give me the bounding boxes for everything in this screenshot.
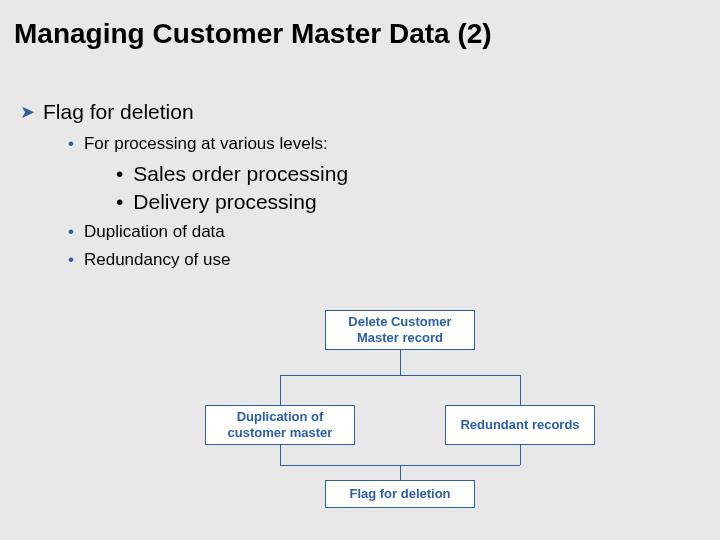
diagram-box-bottom: Flag for deletion <box>325 480 475 508</box>
bullet-dot-icon: • <box>116 190 123 213</box>
diagram-box-left: Duplication of customer master <box>205 405 355 445</box>
bullet-level3: •Sales order processing <box>116 162 700 186</box>
content-area: ➤ Flag for deletion •For processing at v… <box>0 50 720 270</box>
connector-line <box>280 445 281 465</box>
bullet-level1: ➤ Flag for deletion <box>20 100 700 124</box>
connector-line <box>520 375 521 405</box>
connector-line <box>520 445 521 465</box>
bullet-level2: •For processing at various levels: <box>68 134 700 154</box>
bullet-level3: •Delivery processing <box>116 190 700 214</box>
connector-line <box>280 375 281 405</box>
bullet-text: Delivery processing <box>133 190 316 213</box>
connector-line <box>400 465 401 480</box>
bullet-dot-icon: • <box>68 134 74 153</box>
bullet-level2: •Duplication of data <box>68 222 700 242</box>
bullet-text: Duplication of data <box>84 222 225 241</box>
connector-line <box>400 350 401 375</box>
slide-title: Managing Customer Master Data (2) <box>0 0 720 50</box>
bullet-dot-icon: • <box>68 250 74 269</box>
bullet-dot-icon: • <box>116 162 123 185</box>
bullet-text: Redundancy of use <box>84 250 231 269</box>
bullet-text: Sales order processing <box>133 162 348 185</box>
bullet-text: For processing at various levels: <box>84 134 328 153</box>
connector-line <box>280 375 520 376</box>
diagram-box-right: Redundant records <box>445 405 595 445</box>
bullet-dot-icon: • <box>68 222 74 241</box>
bullet-level2: •Redundancy of use <box>68 250 700 270</box>
diagram-box-top: Delete Customer Master record <box>325 310 475 350</box>
bullet-text: Flag for deletion <box>43 100 194 124</box>
diagram: Delete Customer Master record Duplicatio… <box>180 310 640 510</box>
arrow-icon: ➤ <box>20 101 35 123</box>
